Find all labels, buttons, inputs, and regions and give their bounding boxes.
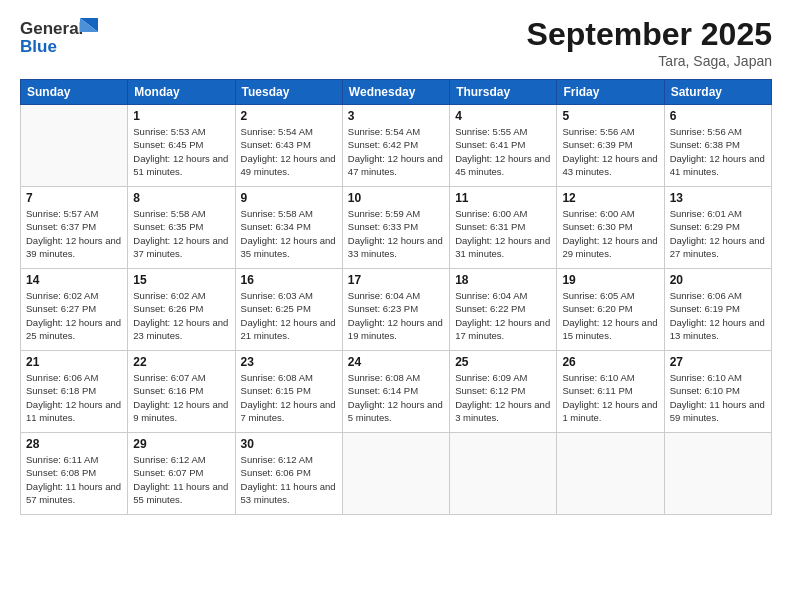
day-info: Sunrise: 6:06 AMSunset: 6:19 PMDaylight:… [670, 289, 766, 342]
day-number: 16 [241, 273, 337, 287]
day-number: 9 [241, 191, 337, 205]
calendar-cell: 9Sunrise: 5:58 AMSunset: 6:34 PMDaylight… [235, 187, 342, 269]
day-number: 7 [26, 191, 122, 205]
calendar-week-2: 7Sunrise: 5:57 AMSunset: 6:37 PMDaylight… [21, 187, 772, 269]
calendar-cell [21, 105, 128, 187]
calendar-week-3: 14Sunrise: 6:02 AMSunset: 6:27 PMDayligh… [21, 269, 772, 351]
day-number: 26 [562, 355, 658, 369]
day-number: 25 [455, 355, 551, 369]
day-info: Sunrise: 5:56 AMSunset: 6:38 PMDaylight:… [670, 125, 766, 178]
calendar-cell: 6Sunrise: 5:56 AMSunset: 6:38 PMDaylight… [664, 105, 771, 187]
calendar-cell: 17Sunrise: 6:04 AMSunset: 6:23 PMDayligh… [342, 269, 449, 351]
calendar-cell: 30Sunrise: 6:12 AMSunset: 6:06 PMDayligh… [235, 433, 342, 515]
day-info: Sunrise: 5:58 AMSunset: 6:35 PMDaylight:… [133, 207, 229, 260]
calendar-cell: 24Sunrise: 6:08 AMSunset: 6:14 PMDayligh… [342, 351, 449, 433]
day-number: 24 [348, 355, 444, 369]
calendar-cell [664, 433, 771, 515]
calendar-cell: 4Sunrise: 5:55 AMSunset: 6:41 PMDaylight… [450, 105, 557, 187]
calendar-week-4: 21Sunrise: 6:06 AMSunset: 6:18 PMDayligh… [21, 351, 772, 433]
day-number: 6 [670, 109, 766, 123]
calendar-cell: 15Sunrise: 6:02 AMSunset: 6:26 PMDayligh… [128, 269, 235, 351]
day-info: Sunrise: 5:53 AMSunset: 6:45 PMDaylight:… [133, 125, 229, 178]
day-number: 27 [670, 355, 766, 369]
day-number: 13 [670, 191, 766, 205]
logo: General Blue [20, 16, 110, 58]
calendar-cell: 14Sunrise: 6:02 AMSunset: 6:27 PMDayligh… [21, 269, 128, 351]
calendar-cell: 3Sunrise: 5:54 AMSunset: 6:42 PMDaylight… [342, 105, 449, 187]
day-info: Sunrise: 6:06 AMSunset: 6:18 PMDaylight:… [26, 371, 122, 424]
day-info: Sunrise: 6:07 AMSunset: 6:16 PMDaylight:… [133, 371, 229, 424]
day-number: 23 [241, 355, 337, 369]
day-number: 17 [348, 273, 444, 287]
day-info: Sunrise: 6:08 AMSunset: 6:15 PMDaylight:… [241, 371, 337, 424]
calendar-cell: 13Sunrise: 6:01 AMSunset: 6:29 PMDayligh… [664, 187, 771, 269]
location: Tara, Saga, Japan [527, 53, 772, 69]
day-info: Sunrise: 6:02 AMSunset: 6:27 PMDaylight:… [26, 289, 122, 342]
day-number: 3 [348, 109, 444, 123]
calendar-cell: 5Sunrise: 5:56 AMSunset: 6:39 PMDaylight… [557, 105, 664, 187]
day-info: Sunrise: 6:04 AMSunset: 6:22 PMDaylight:… [455, 289, 551, 342]
calendar-cell: 29Sunrise: 6:12 AMSunset: 6:07 PMDayligh… [128, 433, 235, 515]
day-number: 4 [455, 109, 551, 123]
col-wednesday: Wednesday [342, 80, 449, 105]
day-info: Sunrise: 6:02 AMSunset: 6:26 PMDaylight:… [133, 289, 229, 342]
calendar-cell: 21Sunrise: 6:06 AMSunset: 6:18 PMDayligh… [21, 351, 128, 433]
day-number: 28 [26, 437, 122, 451]
day-info: Sunrise: 5:55 AMSunset: 6:41 PMDaylight:… [455, 125, 551, 178]
col-saturday: Saturday [664, 80, 771, 105]
calendar-cell: 28Sunrise: 6:11 AMSunset: 6:08 PMDayligh… [21, 433, 128, 515]
day-number: 20 [670, 273, 766, 287]
calendar-cell: 18Sunrise: 6:04 AMSunset: 6:22 PMDayligh… [450, 269, 557, 351]
day-info: Sunrise: 6:04 AMSunset: 6:23 PMDaylight:… [348, 289, 444, 342]
day-number: 29 [133, 437, 229, 451]
calendar-cell: 23Sunrise: 6:08 AMSunset: 6:15 PMDayligh… [235, 351, 342, 433]
day-info: Sunrise: 6:09 AMSunset: 6:12 PMDaylight:… [455, 371, 551, 424]
calendar-table: Sunday Monday Tuesday Wednesday Thursday… [20, 79, 772, 515]
col-thursday: Thursday [450, 80, 557, 105]
day-info: Sunrise: 6:11 AMSunset: 6:08 PMDaylight:… [26, 453, 122, 506]
calendar-cell [342, 433, 449, 515]
col-tuesday: Tuesday [235, 80, 342, 105]
calendar-cell [557, 433, 664, 515]
col-friday: Friday [557, 80, 664, 105]
day-info: Sunrise: 5:58 AMSunset: 6:34 PMDaylight:… [241, 207, 337, 260]
day-number: 1 [133, 109, 229, 123]
calendar-cell: 27Sunrise: 6:10 AMSunset: 6:10 PMDayligh… [664, 351, 771, 433]
day-number: 21 [26, 355, 122, 369]
day-info: Sunrise: 6:08 AMSunset: 6:14 PMDaylight:… [348, 371, 444, 424]
day-number: 18 [455, 273, 551, 287]
calendar-cell: 7Sunrise: 5:57 AMSunset: 6:37 PMDaylight… [21, 187, 128, 269]
day-info: Sunrise: 6:01 AMSunset: 6:29 PMDaylight:… [670, 207, 766, 260]
calendar-cell: 2Sunrise: 5:54 AMSunset: 6:43 PMDaylight… [235, 105, 342, 187]
day-number: 15 [133, 273, 229, 287]
calendar-cell: 26Sunrise: 6:10 AMSunset: 6:11 PMDayligh… [557, 351, 664, 433]
calendar-cell [450, 433, 557, 515]
day-info: Sunrise: 6:05 AMSunset: 6:20 PMDaylight:… [562, 289, 658, 342]
header: General Blue September 2025 Tara, Saga, … [20, 16, 772, 69]
day-number: 22 [133, 355, 229, 369]
svg-text:Blue: Blue [20, 37, 57, 56]
calendar-cell: 22Sunrise: 6:07 AMSunset: 6:16 PMDayligh… [128, 351, 235, 433]
day-number: 30 [241, 437, 337, 451]
day-info: Sunrise: 6:12 AMSunset: 6:06 PMDaylight:… [241, 453, 337, 506]
calendar-cell: 16Sunrise: 6:03 AMSunset: 6:25 PMDayligh… [235, 269, 342, 351]
title-area: September 2025 Tara, Saga, Japan [527, 16, 772, 69]
calendar-cell: 25Sunrise: 6:09 AMSunset: 6:12 PMDayligh… [450, 351, 557, 433]
day-info: Sunrise: 6:03 AMSunset: 6:25 PMDaylight:… [241, 289, 337, 342]
day-number: 11 [455, 191, 551, 205]
day-number: 10 [348, 191, 444, 205]
day-number: 5 [562, 109, 658, 123]
day-info: Sunrise: 5:56 AMSunset: 6:39 PMDaylight:… [562, 125, 658, 178]
calendar-cell: 19Sunrise: 6:05 AMSunset: 6:20 PMDayligh… [557, 269, 664, 351]
day-info: Sunrise: 6:12 AMSunset: 6:07 PMDaylight:… [133, 453, 229, 506]
day-info: Sunrise: 5:59 AMSunset: 6:33 PMDaylight:… [348, 207, 444, 260]
calendar-cell: 10Sunrise: 5:59 AMSunset: 6:33 PMDayligh… [342, 187, 449, 269]
calendar-cell: 11Sunrise: 6:00 AMSunset: 6:31 PMDayligh… [450, 187, 557, 269]
col-monday: Monday [128, 80, 235, 105]
logo-svg: General Blue [20, 16, 110, 58]
day-info: Sunrise: 5:57 AMSunset: 6:37 PMDaylight:… [26, 207, 122, 260]
calendar-week-5: 28Sunrise: 6:11 AMSunset: 6:08 PMDayligh… [21, 433, 772, 515]
col-sunday: Sunday [21, 80, 128, 105]
day-info: Sunrise: 5:54 AMSunset: 6:43 PMDaylight:… [241, 125, 337, 178]
day-number: 19 [562, 273, 658, 287]
